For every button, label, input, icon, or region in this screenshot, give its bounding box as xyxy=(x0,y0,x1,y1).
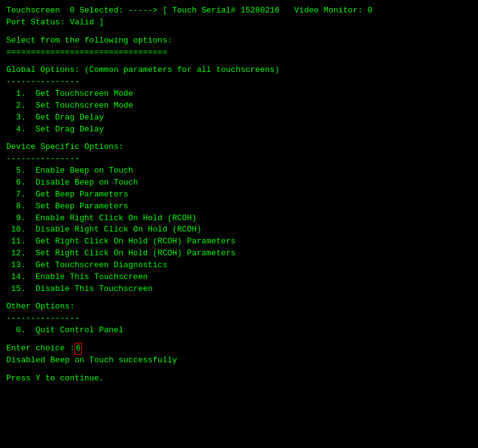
other-options-header: Other Options: xyxy=(6,301,472,313)
enter-choice-line: Enter choice :6 xyxy=(6,343,472,355)
enter-choice-label: Enter choice : xyxy=(6,343,74,355)
menu-item-15[interactable]: 15. Disable This Touchscreen xyxy=(6,283,472,295)
global-separator: --------------- xyxy=(6,76,472,88)
entered-value[interactable]: 6 xyxy=(74,343,82,355)
menu-item-5[interactable]: 5. Enable Beep on Touch xyxy=(6,165,472,177)
menu-item-9[interactable]: 9. Enable Right Click On Hold (RCOH) xyxy=(6,213,472,225)
device-options-header: Device Specific Options: xyxy=(6,141,472,153)
terminal-window: Touchscreen 0 Selected: -----> [ Touch S… xyxy=(6,5,472,385)
separator-1: ================================= xyxy=(6,47,472,59)
menu-item-11[interactable]: 11. Get Right Click On Hold (RCOH) Param… xyxy=(6,236,472,248)
menu-item-8[interactable]: 8. Set Beep Parameters xyxy=(6,201,472,213)
menu-item-4[interactable]: 4. Set Drag Delay xyxy=(6,124,472,136)
menu-item-14[interactable]: 14. Enable This Touchscreen xyxy=(6,272,472,283)
menu-item-2[interactable]: 2. Set Touchscreen Mode xyxy=(6,100,472,112)
menu-item-7[interactable]: 7. Get Beep Parameters xyxy=(6,189,472,201)
continue-prompt: Press Y to continue. xyxy=(6,373,472,385)
prompt-line: Select from the following options: xyxy=(6,35,472,47)
other-separator: --------------- xyxy=(6,313,472,325)
header-line-2: Port Status: Valid ] xyxy=(6,17,472,29)
menu-item-3[interactable]: 3. Get Drag Delay xyxy=(6,112,472,124)
menu-item-6[interactable]: 6. Disable Beep on Touch xyxy=(6,177,472,189)
menu-item-12[interactable]: 12. Set Right Click On Hold (RCOH) Param… xyxy=(6,248,472,260)
header-line-1: Touchscreen 0 Selected: -----> [ Touch S… xyxy=(6,5,472,17)
result-line: Disabled Beep on Touch successfully xyxy=(6,355,472,367)
menu-item-10[interactable]: 10. Disable Right Click On Hold (RCOH) xyxy=(6,224,472,236)
menu-item-13[interactable]: 13. Get Touchscreen Diagnostics xyxy=(6,260,472,272)
menu-item-1[interactable]: 1. Get Touchscreen Mode xyxy=(6,88,472,100)
global-options-header: Global Options: (Common parameters for a… xyxy=(6,64,472,76)
device-separator: --------------- xyxy=(6,153,472,165)
menu-item-0[interactable]: 0. Quit Control Panel xyxy=(6,325,472,337)
